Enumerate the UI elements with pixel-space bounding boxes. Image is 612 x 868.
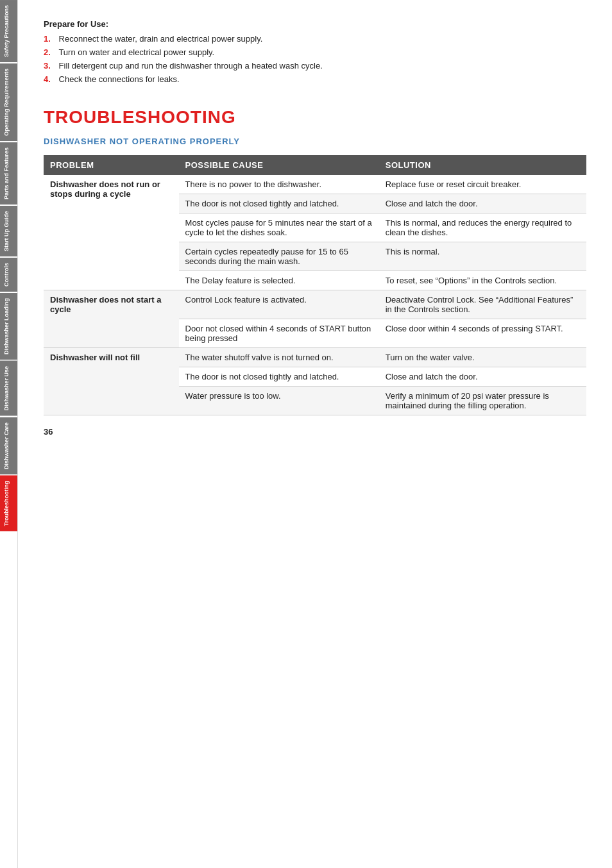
prepare-item-4: 4. Check the connections for leaks. (44, 74, 586, 84)
col-header-cause: POSSIBLE CAUSE (179, 155, 379, 175)
sidebar-tab-safety[interactable]: Safety Precautions (0, 0, 17, 62)
prepare-title: Prepare for Use: (44, 19, 586, 29)
cause-cell-2-2: Door not closed within 4 seconds of STAR… (179, 319, 379, 348)
prepare-text-4: Check the connections for leaks. (56, 74, 180, 84)
solution-cell-3-2: Close and latch the door. (379, 367, 586, 387)
col-header-problem: PROBLEM (44, 155, 179, 175)
sidebar: Safety Precautions Operating Requirement… (0, 0, 18, 868)
solution-cell-2-1: Deactivate Control Lock. See “Additional… (379, 290, 586, 319)
table-row: Dishwasher will not fill The water shuto… (44, 348, 586, 367)
problem-cell-3: Dishwasher will not fill (44, 348, 179, 415)
prepare-text-2: Turn on water and electrical power suppl… (56, 47, 214, 57)
cause-cell-1-3: Most cycles pause for 5 minutes near the… (179, 213, 379, 242)
sidebar-tab-operating[interactable]: Operating Requirements (0, 63, 17, 141)
section-subtitle: DISHWASHER NOT OPERATING PROPERLY (44, 137, 586, 146)
sidebar-tab-parts[interactable]: Parts and Features (0, 142, 17, 204)
prepare-item-2: 2. Turn on water and electrical power su… (44, 47, 586, 57)
sidebar-tab-use[interactable]: Dishwasher Use (0, 361, 17, 416)
cause-cell-1-5: The Delay feature is selected. (179, 271, 379, 290)
cause-cell-1-4: Certain cycles repeatedly pause for 15 t… (179, 242, 379, 271)
table-row: Dishwasher does not run or stops during … (44, 175, 586, 194)
table-header-row: PROBLEM POSSIBLE CAUSE SOLUTION (44, 155, 586, 175)
solution-cell-3-1: Turn on the water valve. (379, 348, 586, 367)
main-content: Prepare for Use: 1. Reconnect the water,… (18, 0, 612, 868)
prepare-item-1: 1. Reconnect the water, drain and electr… (44, 34, 586, 44)
prepare-text-1: Reconnect the water, drain and electrica… (56, 34, 262, 44)
prepare-item-3: 3. Fill detergent cup and run the dishwa… (44, 61, 586, 71)
cause-cell-2-1: Control Lock feature is activated. (179, 290, 379, 319)
cause-cell-1-1: There is no power to the dishwasher. (179, 175, 379, 194)
sidebar-tab-care[interactable]: Dishwasher Care (0, 417, 17, 474)
cause-cell-3-3: Water pressure is too low. (179, 387, 379, 415)
col-header-solution: SOLUTION (379, 155, 586, 175)
solution-cell-1-3: This is normal, and reduces the energy r… (379, 213, 586, 242)
prepare-list: 1. Reconnect the water, drain and electr… (44, 34, 586, 88)
prepare-num-1: 1. (44, 34, 56, 44)
prepare-text-3: Fill detergent cup and run the dishwashe… (56, 61, 323, 71)
solution-cell-2-2: Close door within 4 seconds of pressing … (379, 319, 586, 348)
prepare-num-3: 3. (44, 61, 56, 71)
troubleshooting-title: TROUBLESHOOTING (44, 107, 586, 128)
sidebar-tab-startup[interactable]: Start Up Guide (0, 206, 17, 256)
page-number: 36 (44, 427, 586, 437)
sidebar-tab-troubleshooting[interactable]: Troubleshooting (0, 476, 17, 531)
cause-cell-3-1: The water shutoff valve is not turned on… (179, 348, 379, 367)
solution-cell-1-4: This is normal. (379, 242, 586, 271)
cause-cell-3-2: The door is not closed tightly and latch… (179, 367, 379, 387)
problem-cell-1: Dishwasher does not run or stops during … (44, 175, 179, 290)
prepare-num-2: 2. (44, 47, 56, 57)
table-row: Dishwasher does not start a cycle Contro… (44, 290, 586, 319)
sidebar-tab-controls[interactable]: Controls (0, 258, 17, 292)
solution-cell-1-2: Close and latch the door. (379, 194, 586, 213)
troubleshooting-table: PROBLEM POSSIBLE CAUSE SOLUTION Dishwash… (44, 155, 586, 415)
solution-cell-1-5: To reset, see “Options” in the Controls … (379, 271, 586, 290)
sidebar-tab-loading[interactable]: Dishwasher Loading (0, 293, 17, 360)
solution-cell-1-1: Replace fuse or reset circuit breaker. (379, 175, 586, 194)
solution-cell-3-3: Verify a minimum of 20 psi water pressur… (379, 387, 586, 415)
problem-cell-2: Dishwasher does not start a cycle (44, 290, 179, 348)
cause-cell-1-2: The door is not closed tightly and latch… (179, 194, 379, 213)
prepare-num-4: 4. (44, 74, 56, 84)
